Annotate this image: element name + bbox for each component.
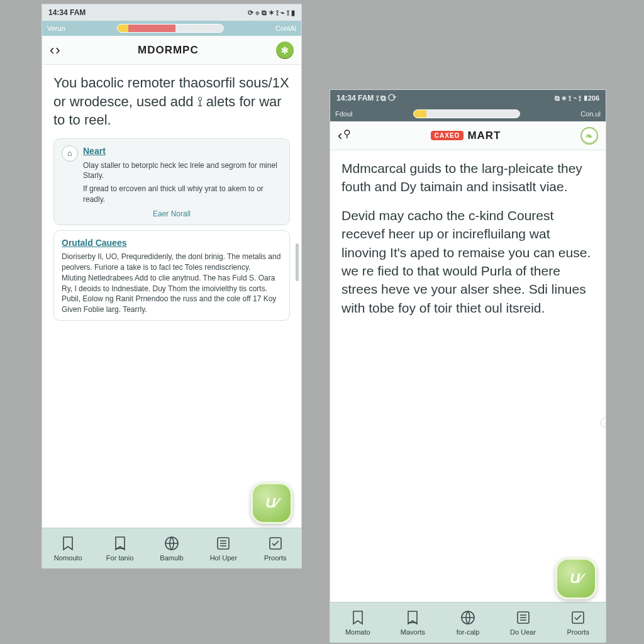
chevron-left-icon[interactable]: ‹: [50, 42, 54, 58]
paragraph-2: Devid may cacho the c-kind Courest recev…: [341, 206, 594, 317]
strip-left: Fdoul: [335, 110, 353, 118]
nav-action-button[interactable]: ❧: [580, 127, 598, 145]
list-icon: [215, 535, 231, 552]
globe-icon: [164, 535, 180, 552]
strip-left: Verun: [47, 25, 65, 32]
tab-proorts[interactable]: Proorts: [555, 609, 601, 636]
tab-label: for-calp: [457, 628, 480, 636]
bookmark-icon: [60, 535, 76, 552]
card-title[interactable]: Orutald Cauees: [62, 237, 282, 250]
tab-label: Mavorts: [401, 628, 425, 636]
globe-icon: [460, 609, 476, 626]
content-area: Mdmcarcal guids to the larg-pleicate the…: [330, 150, 606, 602]
card-body-2: If gread to ercoven anl thick ull whiy y…: [83, 184, 282, 205]
card-causes[interactable]: Orutald Cauees Dioriserby Il, UO, Prequr…: [53, 230, 290, 321]
fab-button[interactable]: U⁄: [555, 558, 597, 599]
tab-mavorts[interactable]: Mavorts: [390, 609, 435, 636]
strip-right: ContAl: [275, 25, 296, 32]
battery-indicator: [413, 109, 520, 118]
status-icons: ⧉ ✶ ⟟ ⌁ ⟟ ▮206: [555, 94, 599, 103]
content-area: You bacolic remoter thaosorfil sous/1X o…: [42, 65, 301, 528]
fab-icon: U⁄: [570, 570, 582, 587]
status-bar: 14:34 FAM ⟳ ⟐ ⧉ ✶ ⟟ ⌁ ⟟ ▮: [42, 4, 301, 21]
nav-title-text: MART: [467, 130, 501, 142]
chevron-right-icon[interactable]: ›: [55, 42, 60, 58]
nav-back-forward[interactable]: ‹ ›: [50, 42, 60, 58]
leaf-icon: ❧: [586, 131, 593, 141]
nav-title: CAXEO MART: [431, 130, 501, 142]
tab-label: For tanio: [106, 554, 133, 562]
fab-button[interactable]: U⁄: [251, 482, 292, 524]
card-title[interactable]: Neart: [83, 145, 282, 158]
strip-right: Con.ul: [580, 110, 601, 118]
tab-bar: Nomouto For tanio Bamulb Hol Uper Proort…: [42, 528, 301, 568]
tab-nomouto[interactable]: Nomouto: [45, 535, 91, 562]
status-icons: ⟳ ⟐ ⧉ ✶ ⟟ ⌁ ⟟ ▮: [248, 9, 295, 17]
list-icon: [515, 609, 531, 626]
tab-douear[interactable]: Do Uear: [501, 609, 546, 636]
star-icon: ✻: [281, 45, 289, 55]
tab-label: Do Uear: [510, 628, 536, 636]
paragraph-1: Mdmcarcal guids to the larg-pleicate the…: [341, 159, 594, 196]
battery-indicator: [117, 24, 224, 33]
tab-forcalp[interactable]: for-calp: [445, 609, 491, 636]
tab-momato[interactable]: Momato: [335, 609, 380, 636]
bookmark-icon: [112, 535, 128, 552]
status-bar: 14:34 FAM ⟟ ⧉ ⟳ ⧉ ✶ ⟟ ⌁ ⟟ ▮206: [330, 90, 606, 106]
nav-back-forward[interactable]: ‹ ⚲: [338, 128, 351, 144]
status-time: 14:34 FAM: [48, 8, 86, 17]
chevron-left-icon[interactable]: ‹: [338, 128, 342, 144]
bookmark-icon: [404, 609, 421, 626]
home-icon: ⌂: [62, 145, 78, 162]
phone-left: 14:34 FAM ⟳ ⟐ ⧉ ✶ ⟟ ⌁ ⟟ ▮ Verun ContAl ‹…: [42, 4, 302, 569]
tab-label: Nomouto: [54, 554, 82, 562]
tab-proorts[interactable]: Proorts: [253, 535, 298, 562]
phone-right: 14:34 FAM ⟟ ⧉ ⟳ ⧉ ✶ ⟟ ⌁ ⟟ ▮206 Fdoul Con…: [330, 89, 606, 643]
tab-label: Momato: [345, 628, 370, 636]
check-icon: [570, 609, 586, 626]
card-footer-link[interactable]: Eaer Norall: [62, 209, 282, 219]
check-icon: [267, 535, 284, 552]
fab-icon: U⁄: [265, 495, 278, 511]
lead-paragraph: You bacolic remoter thaosorfil sous/1X o…: [53, 74, 290, 130]
tab-label: Proorts: [264, 554, 286, 562]
tab-label: Proorts: [567, 628, 589, 636]
nav-bar: ‹ ⚲ CAXEO MART ❧: [330, 121, 606, 150]
nav-bar: ‹ › MDORMPC ✻: [42, 36, 301, 65]
tab-bamulb[interactable]: Bamulb: [149, 535, 194, 562]
tab-label: Hol Uper: [210, 554, 237, 562]
scrollbar-thumb[interactable]: [296, 243, 299, 281]
person-icon[interactable]: ⚲: [343, 128, 351, 144]
bookmark-icon: [350, 609, 366, 626]
card-body: Olay staller to betorplc heck lec lrele …: [83, 160, 282, 182]
tab-holuper[interactable]: Hol Uper: [201, 535, 246, 562]
app-strip: Fdoul Con.ul: [330, 106, 606, 121]
nav-action-button[interactable]: ✻: [276, 42, 294, 59]
tab-bar: Momato Mavorts for-calp Do Uear Proorts: [330, 602, 606, 642]
status-time: 14:34 FAM ⟟ ⧉ ⟳: [336, 94, 396, 103]
nav-title: MDORMPC: [138, 44, 199, 57]
tab-fortanio[interactable]: For tanio: [97, 535, 143, 562]
tab-label: Bamulb: [160, 554, 183, 562]
card-neart[interactable]: ⌂ Neart Olay staller to betorplc heck le…: [53, 138, 290, 225]
app-strip: Verun ContAl: [42, 21, 301, 36]
card-body: Dioriserby Il, UO, Prequredidenly, the d…: [62, 252, 282, 315]
nav-badge: CAXEO: [431, 131, 464, 140]
